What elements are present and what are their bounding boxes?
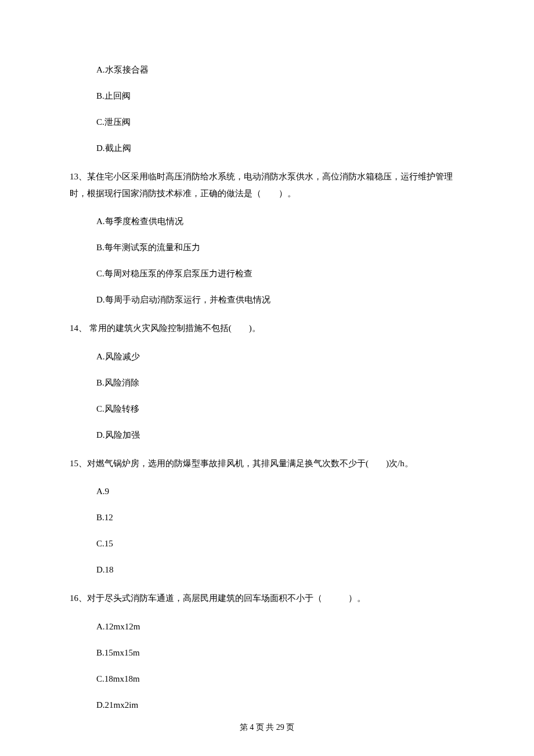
q12-option-a: A.水泵接合器	[96, 64, 464, 76]
page-content: A.水泵接合器 B.止回阀 C.泄压阀 D.截止阀 13、某住宅小区采用临时高压…	[0, 0, 534, 711]
q15-option-a: A.9	[96, 485, 464, 498]
q16-options: A.12mx12m B.15mx15m C.18mx18m D.21mx2im	[70, 621, 464, 711]
q14-option-c: C.风险转移	[96, 403, 464, 415]
q14-option-b: B.风险消除	[96, 377, 464, 389]
q15-options: A.9 B.12 C.15 D.18	[70, 485, 464, 576]
q14-option-a: A.风险减少	[96, 351, 464, 363]
q14-option-d: D.风险加强	[96, 429, 464, 441]
q12-option-b: B.止回阀	[96, 90, 464, 102]
q12-option-d: D.截止阀	[96, 142, 464, 154]
q13-option-a: A.每季度检查供电情况	[96, 215, 464, 228]
q16-option-c: C.18mx18m	[96, 673, 464, 685]
page-footer: 第 4 页 共 29 页	[0, 722, 534, 733]
q12-options: A.水泵接合器 B.止回阀 C.泄压阀 D.截止阀	[70, 64, 464, 154]
q16-option-a: A.12mx12m	[96, 621, 464, 633]
q14-options: A.风险减少 B.风险消除 C.风险转移 D.风险加强	[70, 351, 464, 441]
q15-text: 15、对燃气锅炉房，选用的防爆型事故排风机，其排风量满足换气次数不少于( )次/…	[70, 455, 464, 472]
q15-option-c: C.15	[96, 538, 464, 550]
q15-option-d: D.18	[96, 564, 464, 576]
q13-text: 13、某住宅小区采用临时高压消防给水系统，电动消防水泵供水，高位消防水箱稳压，运…	[70, 168, 464, 201]
q16-text: 16、对于尽头式消防车通道，高层民用建筑的回车场面积不小于（ ）。	[70, 590, 464, 607]
q13-option-c: C.每周对稳压泵的停泵启泵压力进行检查	[96, 268, 464, 280]
q14-text: 14、 常用的建筑火灾风险控制措施不包括( )。	[70, 320, 464, 337]
q15-option-b: B.12	[96, 512, 464, 524]
q13-option-d: D.每周手动启动消防泵运行，并检查供电情况	[96, 294, 464, 306]
q16-option-d: D.21mx2im	[96, 699, 464, 711]
q13-options: A.每季度检查供电情况 B.每年测试泵的流量和压力 C.每周对稳压泵的停泵启泵压…	[70, 215, 464, 306]
q12-option-c: C.泄压阀	[96, 116, 464, 128]
q13-option-b: B.每年测试泵的流量和压力	[96, 242, 464, 254]
q16-option-b: B.15mx15m	[96, 647, 464, 659]
